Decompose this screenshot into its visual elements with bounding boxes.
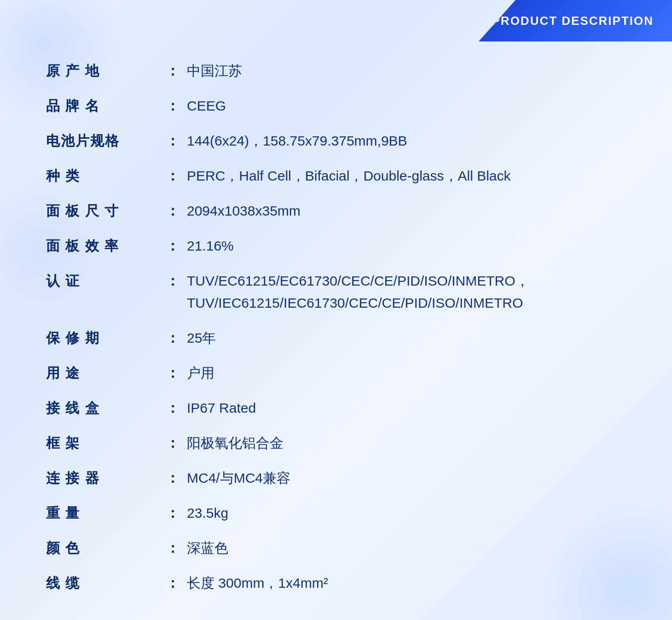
- spec-row-connector: 连 接 器：MC4/与MC4兼容: [46, 467, 626, 489]
- spec-value-frame: 阳极氧化铝合金: [187, 432, 626, 454]
- spec-value-panel-size: 2094x1038x35mm: [187, 200, 626, 222]
- spec-label-cell-spec: 电池片规格: [46, 130, 166, 152]
- spec-label-weight: 重 量: [46, 502, 166, 524]
- spec-row-brand: 品 牌 名：CEEG: [46, 95, 626, 117]
- spec-label-warranty: 保 修 期: [46, 327, 166, 349]
- spec-label-efficiency: 面 板 效 率: [46, 235, 166, 257]
- spec-row-origin: 原 产 地：中国江苏: [46, 60, 626, 82]
- spec-colon-type: ：: [166, 165, 180, 187]
- spec-colon-origin: ：: [166, 60, 180, 82]
- spec-value-certification: TUV/EC61215/EC61730/CEC/CE/PID/ISO/INMET…: [187, 270, 626, 314]
- spec-row-color: 颜 色：深蓝色: [46, 537, 626, 559]
- spec-label-type: 种 类: [46, 165, 166, 187]
- spec-colon-color: ：: [166, 537, 180, 559]
- spec-value-warranty: 25年: [187, 327, 626, 349]
- spec-label-color: 颜 色: [46, 537, 166, 559]
- spec-label-panel-size: 面 板 尺 寸: [46, 200, 166, 222]
- spec-value-origin: 中国江苏: [187, 60, 626, 82]
- spec-row-certification: 认 证：TUV/EC61215/EC61730/CEC/CE/PID/ISO/I…: [46, 270, 626, 314]
- spec-colon-warranty: ：: [166, 327, 180, 349]
- spec-label-connector: 连 接 器: [46, 467, 166, 489]
- spec-row-type: 种 类：PERC，Half Cell，Bifacial，Double-glass…: [46, 165, 626, 187]
- spec-colon-usage: ：: [166, 362, 180, 384]
- spec-label-origin: 原 产 地: [46, 60, 166, 82]
- spec-value-junction-box: IP67 Rated: [187, 397, 626, 419]
- spec-label-brand: 品 牌 名: [46, 95, 166, 117]
- spec-colon-frame: ：: [166, 432, 180, 454]
- spec-label-usage: 用 途: [46, 362, 166, 384]
- spec-label-frame: 框 架: [46, 432, 166, 454]
- spec-row-weight: 重 量：23.5kg: [46, 502, 626, 524]
- spec-colon-weight: ：: [166, 502, 180, 524]
- spec-row-frame: 框 架：阳极氧化铝合金: [46, 432, 626, 454]
- spec-value-cell-spec: 144(6x24)，158.75x79.375mm,9BB: [187, 130, 626, 152]
- spec-colon-cell-spec: ：: [166, 130, 180, 152]
- spec-value-brand: CEEG: [187, 95, 626, 117]
- spec-row-efficiency: 面 板 效 率：21.16%: [46, 235, 626, 257]
- spec-value-type: PERC，Half Cell，Bifacial，Double-glass，All…: [187, 165, 626, 187]
- spec-value-weight: 23.5kg: [187, 502, 626, 524]
- spec-row-cell-spec: 电池片规格：144(6x24)，158.75x79.375mm,9BB: [46, 130, 626, 152]
- spec-row-cable: 线 缆：长度 300mm，1x4mm²: [46, 572, 626, 594]
- spec-label-junction-box: 接 线 盒: [46, 397, 166, 419]
- spec-label-certification: 认 证: [46, 270, 166, 292]
- spec-label-cable: 线 缆: [46, 572, 166, 594]
- spec-colon-cable: ：: [166, 572, 180, 594]
- spec-colon-brand: ：: [166, 95, 180, 117]
- spec-row-panel-size: 面 板 尺 寸：2094x1038x35mm: [46, 200, 626, 222]
- spec-colon-junction-box: ：: [166, 397, 180, 419]
- spec-value-usage: 户用: [187, 362, 626, 384]
- spec-value-color: 深蓝色: [187, 537, 626, 559]
- spec-colon-efficiency: ：: [166, 235, 180, 257]
- spec-colon-panel-size: ：: [166, 200, 180, 222]
- spec-value-efficiency: 21.16%: [187, 235, 626, 257]
- spec-value-cable: 长度 300mm，1x4mm²: [187, 572, 626, 594]
- spec-table: 原 产 地：中国江苏品 牌 名：CEEG电池片规格：144(6x24)，158.…: [46, 60, 626, 594]
- spec-row-junction-box: 接 线 盒：IP67 Rated: [46, 397, 626, 419]
- spec-colon-connector: ：: [166, 467, 180, 489]
- spec-value-connector: MC4/与MC4兼容: [187, 467, 626, 489]
- spec-colon-certification: ：: [166, 270, 180, 292]
- main-content: 原 产 地：中国江苏品 牌 名：CEEG电池片规格：144(6x24)，158.…: [0, 0, 672, 620]
- spec-row-warranty: 保 修 期：25年: [46, 327, 626, 349]
- spec-row-usage: 用 途：户用: [46, 362, 626, 384]
